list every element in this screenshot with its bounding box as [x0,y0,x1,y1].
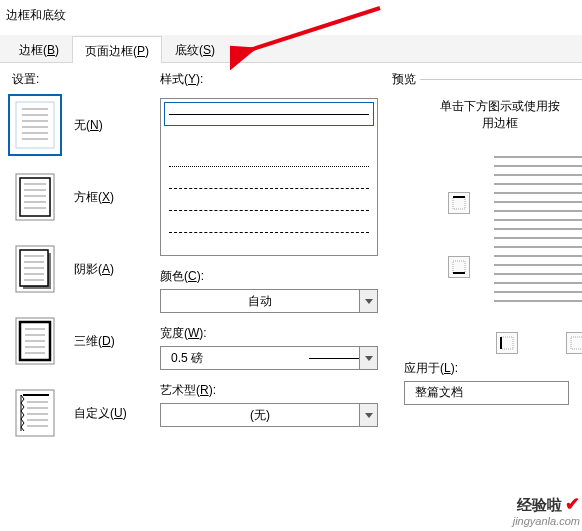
style-option-dashed2[interactable] [165,199,373,221]
preview-label: 预览 [388,71,420,88]
style-label: 样式(Y): [160,71,378,88]
setting-3d-icon [12,314,58,368]
settings-label: 设置: [12,71,160,88]
width-label: 宽度(W): [160,325,378,342]
width-combo[interactable]: 0.5 磅 [160,346,378,370]
apply-combo[interactable]: 整篇文档 [404,381,569,405]
art-dropdown-button[interactable] [359,404,377,426]
preview-group: 预览 [388,71,582,88]
tab-page-border-label: 页面边框(P) [85,44,149,58]
svg-rect-39 [453,197,465,209]
setting-custom[interactable]: 自定义(U) [12,386,160,440]
setting-box[interactable]: 方框(X) [12,170,160,224]
svg-rect-41 [453,261,465,273]
setting-3d[interactable]: 三维(D) [12,314,160,368]
width-dropdown-button[interactable] [359,347,377,369]
tab-border[interactable]: 边框(B) [6,35,72,62]
tab-border-label: 边框(B) [19,43,59,57]
style-option-dashed1[interactable] [165,177,373,199]
border-right-toggle[interactable] [566,332,582,354]
svg-rect-45 [571,337,582,349]
setting-box-label: 方框(X) [74,189,114,206]
color-value: 自动 [161,290,359,312]
tab-bar: 边框(B) 页面边框(P) 底纹(S) [0,35,582,63]
setting-3d-label: 三维(D) [74,333,115,350]
svg-marker-37 [365,356,373,361]
setting-none-label: 无(N) [74,117,103,134]
preview-hint: 单击下方图示或使用按用边框 [388,88,582,136]
watermark: 经验啦 ✔ jingyanla.com [513,495,580,527]
style-option-dotted[interactable] [165,155,373,177]
svg-marker-36 [365,299,373,304]
setting-shadow-label: 阴影(A) [74,261,114,278]
setting-shadow[interactable]: 阴影(A) [12,242,160,296]
preview-area[interactable] [394,136,582,356]
art-value: (无) [161,404,359,426]
setting-none[interactable]: 无(N) [12,98,160,152]
apply-value: 整篇文档 [405,382,568,404]
check-icon: ✔ [565,494,580,514]
color-dropdown-button[interactable] [359,290,377,312]
art-combo[interactable]: (无) [160,403,378,427]
border-bottom-toggle[interactable] [448,256,470,278]
preview-page [494,156,582,309]
svg-marker-38 [365,413,373,418]
tab-page-border[interactable]: 页面边框(P) [72,36,162,63]
watermark-url: jingyanla.com [513,515,580,527]
color-label: 颜色(C): [160,268,378,285]
tab-shading-label: 底纹(S) [175,43,215,57]
style-listbox[interactable] [160,98,378,256]
tab-shading[interactable]: 底纹(S) [162,35,228,62]
style-option-solid[interactable] [165,103,373,125]
setting-none-icon [12,98,58,152]
dialog-title: 边框和底纹 [0,0,582,31]
svg-rect-43 [501,337,513,349]
chevron-down-icon [365,299,373,304]
setting-custom-icon [12,386,58,440]
chevron-down-icon [365,356,373,361]
art-label: 艺术型(R): [160,382,378,399]
apply-label: 应用于(L): [404,360,582,377]
border-top-toggle[interactable] [448,192,470,214]
setting-custom-label: 自定义(U) [74,405,127,422]
chevron-down-icon [365,413,373,418]
border-left-toggle[interactable] [496,332,518,354]
setting-shadow-icon [12,242,58,296]
setting-box-icon [12,170,58,224]
color-combo[interactable]: 自动 [160,289,378,313]
style-option-dashdot[interactable] [165,221,373,243]
width-value: 0.5 磅 [161,347,309,369]
watermark-text: 经验啦 [517,496,562,513]
